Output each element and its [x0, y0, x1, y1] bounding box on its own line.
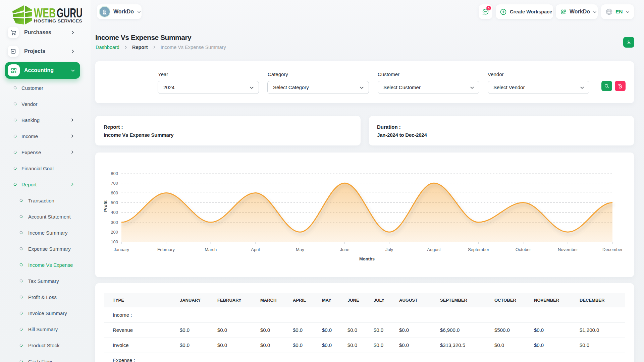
svg-text:Months: Months — [359, 256, 375, 261]
svg-text:July: July — [385, 247, 393, 252]
svg-text:October: October — [516, 247, 531, 252]
svg-text:February: February — [157, 247, 175, 252]
svg-text:200: 200 — [111, 230, 118, 235]
svg-text:500: 500 — [111, 200, 118, 205]
svg-text:June: June — [340, 247, 349, 252]
svg-text:August: August — [427, 247, 441, 252]
svg-text:December: December — [602, 247, 623, 252]
svg-text:600: 600 — [111, 190, 118, 195]
svg-text:300: 300 — [111, 220, 118, 225]
svg-text:January: January — [114, 247, 129, 252]
svg-text:March: March — [205, 247, 217, 252]
svg-text:Profit: Profit — [103, 200, 108, 212]
svg-text:800: 800 — [111, 171, 118, 176]
svg-text:November: November — [558, 247, 578, 252]
svg-text:400: 400 — [111, 210, 118, 215]
svg-text:100: 100 — [111, 239, 118, 244]
svg-text:May: May — [296, 247, 304, 252]
svg-text:WEB: WEB — [34, 6, 56, 20]
svg-text:September: September — [468, 247, 489, 252]
svg-text:700: 700 — [111, 181, 118, 186]
svg-text:April: April — [251, 247, 260, 252]
svg-text:GURU: GURU — [57, 6, 83, 20]
svg-text:HOSTING SERVICES: HOSTING SERVICES — [34, 19, 82, 23]
